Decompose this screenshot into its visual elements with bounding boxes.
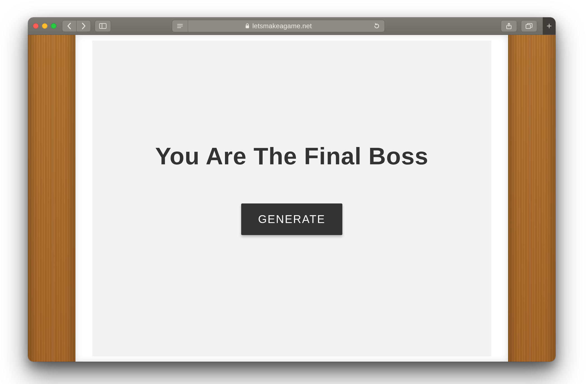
chevron-right-icon bbox=[81, 22, 86, 30]
back-button[interactable] bbox=[62, 20, 76, 32]
lock-icon bbox=[245, 23, 250, 29]
chevron-left-icon bbox=[67, 22, 72, 30]
generator-card: You Are The Final Boss GENERATE bbox=[92, 41, 491, 356]
reload-icon bbox=[374, 23, 380, 29]
page-viewport: You Are The Final Boss GENERATE bbox=[28, 35, 556, 362]
sidebar-icon bbox=[99, 23, 106, 29]
plus-icon bbox=[546, 23, 552, 29]
reload-button[interactable] bbox=[369, 20, 385, 32]
forward-button[interactable] bbox=[76, 20, 91, 32]
generate-button[interactable]: GENERATE bbox=[241, 203, 342, 235]
address-bar-content: letsmakeagame.net bbox=[188, 22, 369, 30]
tabs-button[interactable] bbox=[521, 20, 537, 32]
zoom-window-button[interactable] bbox=[51, 23, 56, 29]
browser-window: letsmakeagame.net bbox=[28, 17, 556, 362]
address-bar[interactable]: letsmakeagame.net bbox=[172, 20, 385, 32]
background-wood-right bbox=[508, 35, 556, 362]
svg-rect-0 bbox=[99, 23, 106, 29]
tabs-icon bbox=[525, 23, 533, 29]
titlebar: letsmakeagame.net bbox=[28, 17, 556, 35]
svg-rect-8 bbox=[526, 25, 530, 29]
reader-icon bbox=[177, 23, 183, 29]
content-paper: You Are The Final Boss GENERATE bbox=[75, 35, 508, 362]
share-button[interactable] bbox=[501, 20, 517, 32]
close-window-button[interactable] bbox=[33, 23, 39, 29]
background-wood-left bbox=[28, 35, 75, 362]
sidebar-button[interactable] bbox=[95, 20, 111, 32]
generated-title: You Are The Final Boss bbox=[155, 142, 428, 170]
nav-buttons bbox=[62, 20, 91, 32]
svg-rect-5 bbox=[246, 25, 249, 28]
minimize-window-button[interactable] bbox=[42, 23, 48, 29]
window-controls bbox=[32, 23, 58, 29]
new-tab-button[interactable] bbox=[543, 17, 556, 35]
address-bar-host: letsmakeagame.net bbox=[252, 22, 312, 30]
reader-button[interactable] bbox=[172, 20, 188, 32]
share-icon bbox=[506, 22, 512, 30]
toolbar-right bbox=[501, 17, 552, 35]
